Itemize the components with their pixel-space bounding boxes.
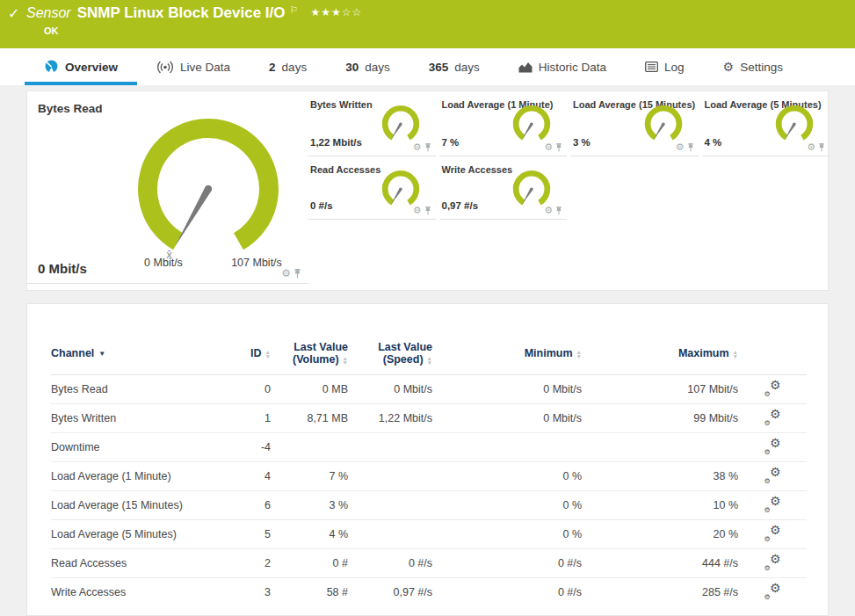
last-value-volume: 8,71 MB bbox=[271, 404, 348, 433]
gauge-cell-load-average-5-minutes: Load Average (5 Minutes) 4 % ⚙ bbox=[703, 91, 830, 156]
gauge-value: 0,97 #/s bbox=[442, 200, 479, 211]
gauge-value: 0 #/s bbox=[310, 200, 333, 211]
channel-settings-icon[interactable]: ⚙⚙ bbox=[764, 380, 781, 395]
channel-settings-icon[interactable]: ⚙⚙ bbox=[764, 554, 781, 569]
gauge-value: 4 % bbox=[705, 137, 722, 148]
gauge-cell-load-average-15-minutes: Load Average (15 Minutes) 3 % ⚙ bbox=[571, 91, 699, 156]
last-value-speed bbox=[348, 462, 432, 491]
minimum: 0 % bbox=[432, 520, 582, 549]
maximum: 10 % bbox=[582, 491, 738, 520]
gauge-title: Bytes Read bbox=[38, 102, 103, 115]
last-value-speed: 0 Mbit/s bbox=[348, 375, 432, 404]
column-header-last-value-volume[interactable]: Last Value(Volume)▲▼ bbox=[271, 336, 348, 375]
maximum: 38 % bbox=[582, 462, 738, 491]
table-row: Read Accesses 2 0 # 0 #/s 0 #/s 444 #/s … bbox=[51, 549, 807, 578]
bytes-read-gauge: x̄ bbox=[120, 105, 296, 265]
pin-icon[interactable] bbox=[687, 143, 694, 152]
pin-icon[interactable] bbox=[424, 143, 431, 152]
maximum: 99 Mbit/s bbox=[582, 404, 738, 433]
sensor-title: SNMP Linux Block Device I/O bbox=[77, 4, 286, 21]
channel-name: Bytes Written bbox=[51, 404, 227, 433]
channel-settings-icon[interactable]: ⚙⚙ bbox=[764, 438, 781, 453]
channel-settings-icon[interactable]: ⚙⚙ bbox=[764, 525, 781, 540]
minimum bbox=[432, 433, 582, 462]
sort-icon: ▲▼ bbox=[576, 350, 582, 359]
stars-filled[interactable]: ★★★ bbox=[310, 6, 341, 18]
tab-number: 365 bbox=[429, 61, 449, 74]
maximum: 285 #/s bbox=[582, 578, 738, 607]
channel-settings-icon[interactable]: ⚙⚙ bbox=[764, 409, 781, 424]
channel-id: 1 bbox=[227, 404, 271, 433]
table-row: Load Average (1 Minute) 4 7 % 0 % 38 % ⚙… bbox=[51, 462, 807, 491]
tab-label: days bbox=[282, 61, 308, 74]
last-value-volume: 4 % bbox=[271, 520, 348, 549]
pin-icon[interactable] bbox=[555, 143, 562, 152]
tab-overview[interactable]: Overview bbox=[25, 48, 137, 85]
tab-label: Settings bbox=[740, 61, 783, 74]
pin-icon[interactable] bbox=[424, 207, 431, 215]
maximum: 107 Mbit/s bbox=[582, 375, 738, 404]
last-value-volume: 0 # bbox=[271, 549, 348, 578]
channel-settings-icon[interactable]: ⚙⚙ bbox=[764, 496, 781, 511]
column-header-last-value-speed[interactable]: Last Value(Speed)▲▼ bbox=[348, 336, 432, 375]
gauge-settings-icon[interactable]: ⚙ bbox=[807, 142, 815, 152]
column-header-id[interactable]: ID▲▼ bbox=[227, 336, 271, 375]
priority-stars[interactable]: ★★★☆☆ bbox=[310, 6, 362, 18]
channel-name: Write Accesses bbox=[51, 578, 227, 607]
bytes-written-gauge bbox=[377, 103, 424, 147]
maximum: 20 % bbox=[582, 520, 738, 549]
gauge-cell-bytes-read: Bytes Read x̄ 0 Mbit/s 107 Mbit/s 0 Mbit… bbox=[27, 91, 308, 284]
channel-name: Load Average (1 Minute) bbox=[51, 462, 227, 491]
pin-icon[interactable] bbox=[293, 269, 301, 279]
tab-log[interactable]: Log bbox=[626, 48, 704, 85]
pin-icon[interactable] bbox=[555, 207, 562, 215]
tab-live-data[interactable]: Live Data bbox=[137, 48, 250, 85]
channel-settings-icon[interactable]: ⚙⚙ bbox=[764, 467, 781, 482]
minimum: 0 % bbox=[432, 462, 582, 491]
gauge-title: Read Accesses bbox=[310, 164, 380, 175]
channel-id: -4 bbox=[227, 433, 271, 462]
tab-number: 2 bbox=[269, 61, 276, 74]
last-value-speed bbox=[348, 491, 432, 520]
gauge-settings-icon[interactable]: ⚙ bbox=[281, 268, 291, 279]
maximum: 444 #/s bbox=[582, 549, 738, 578]
tab-historic-data[interactable]: Historic Data bbox=[499, 48, 626, 85]
column-header-actions bbox=[738, 336, 807, 375]
sort-icon: ▲▼ bbox=[427, 356, 432, 365]
column-header-channel[interactable]: Channel▼ bbox=[51, 336, 227, 375]
table-row: Load Average (15 Minutes) 6 3 % 0 % 10 %… bbox=[51, 491, 807, 520]
gauge-current-value: 0 Mbit/s bbox=[38, 261, 87, 276]
gauge-settings-icon[interactable]: ⚙ bbox=[676, 142, 685, 152]
stars-empty[interactable]: ☆☆ bbox=[342, 6, 363, 18]
gauge-settings-icon[interactable]: ⚙ bbox=[544, 206, 553, 215]
broadcast-icon bbox=[156, 61, 174, 74]
sort-desc-icon: ▼ bbox=[98, 350, 105, 358]
gauge-settings-icon[interactable]: ⚙ bbox=[413, 142, 422, 152]
tab-number: 30 bbox=[345, 61, 359, 74]
gear-icon: ⚙ bbox=[723, 60, 735, 74]
table-row: Write Accesses 3 58 # 0,97 #/s 0 #/s 285… bbox=[51, 578, 807, 607]
last-value-speed: 0 #/s bbox=[348, 549, 432, 578]
flag-icon[interactable]: ⚐ bbox=[290, 4, 299, 15]
gauge-cell-read-accesses: Read Accesses 0 #/s ⚙ bbox=[308, 156, 436, 220]
minimum: 0 Mbit/s bbox=[432, 404, 582, 433]
column-header-maximum[interactable]: Maximum▲▼ bbox=[582, 336, 738, 375]
last-value-speed: 1,22 Mbit/s bbox=[348, 404, 432, 433]
minimum: 0 Mbit/s bbox=[432, 375, 582, 404]
tab-30-days[interactable]: 30 days bbox=[326, 48, 409, 85]
gauge-settings-icon[interactable]: ⚙ bbox=[544, 142, 553, 152]
tab-365-days[interactable]: 365 days bbox=[409, 48, 499, 85]
tab-2-days[interactable]: 2 days bbox=[250, 48, 326, 85]
pin-icon[interactable] bbox=[818, 143, 825, 152]
channels-panel: Channel▼ ID▲▼ Last Value(Volume)▲▼ Last … bbox=[26, 303, 829, 616]
column-header-minimum[interactable]: Minimum▲▼ bbox=[432, 336, 582, 375]
tab-settings[interactable]: ⚙ Settings bbox=[704, 48, 802, 85]
channel-settings-icon[interactable]: ⚙⚙ bbox=[764, 583, 781, 598]
channel-id: 0 bbox=[227, 375, 271, 404]
gauge-settings-icon[interactable]: ⚙ bbox=[413, 206, 422, 215]
tab-label: days bbox=[454, 61, 480, 74]
table-row: Downtime -4 ⚙⚙ bbox=[51, 433, 807, 462]
maximum bbox=[582, 433, 738, 462]
gauge-min-label: 0 Mbit/s bbox=[124, 257, 203, 269]
sort-icon: ▲▼ bbox=[265, 350, 271, 359]
